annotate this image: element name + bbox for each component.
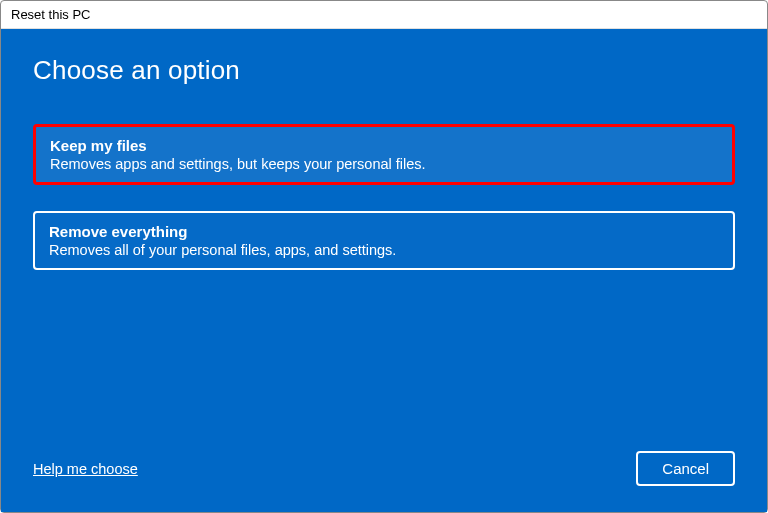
window-title: Reset this PC: [11, 7, 90, 22]
content-area: Choose an option Keep my files Removes a…: [1, 29, 767, 512]
option-description: Removes apps and settings, but keeps you…: [50, 156, 718, 172]
option-remove-everything[interactable]: Remove everything Removes all of your pe…: [33, 211, 735, 270]
option-title: Remove everything: [49, 223, 719, 240]
window: Reset this PC Choose an option Keep my f…: [0, 0, 768, 513]
help-me-choose-link[interactable]: Help me choose: [33, 461, 138, 477]
option-title: Keep my files: [50, 137, 718, 154]
option-description: Removes all of your personal files, apps…: [49, 242, 719, 258]
option-keep-my-files[interactable]: Keep my files Removes apps and settings,…: [33, 124, 735, 185]
page-heading: Choose an option: [33, 55, 735, 86]
title-bar: Reset this PC: [1, 1, 767, 29]
footer: Help me choose Cancel: [33, 451, 735, 486]
cancel-button[interactable]: Cancel: [636, 451, 735, 486]
